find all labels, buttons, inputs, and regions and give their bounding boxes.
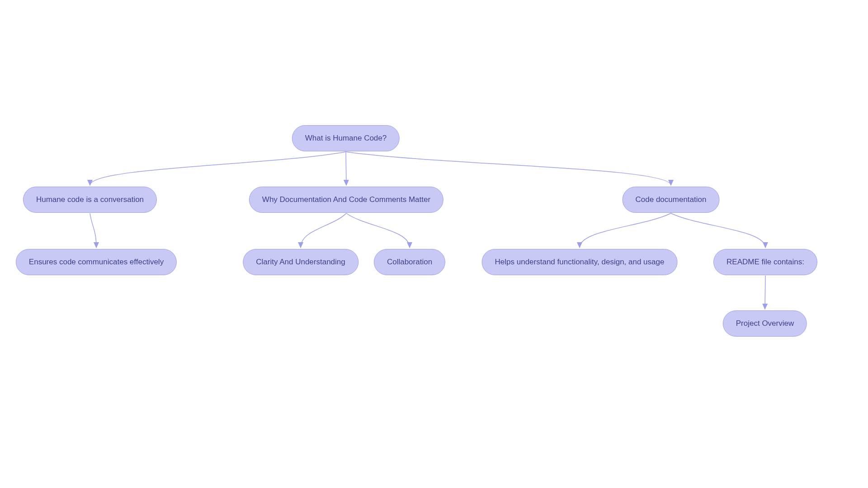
node-n_helps: Helps understand functionality, design, … — [482, 249, 678, 275]
edge-n_codedoc-to-n_helps — [580, 213, 671, 248]
node-n_overview: Project Overview — [723, 310, 807, 337]
node-root: What is Humane Code? — [292, 125, 400, 151]
node-n_why: Why Documentation And Code Comments Matt… — [249, 187, 443, 213]
node-label: Clarity And Understanding — [256, 258, 345, 266]
edge-n_readme-to-n_overview — [765, 276, 765, 309]
node-label: Why Documentation And Code Comments Matt… — [262, 195, 430, 204]
edge-n_conversation-to-n_effectively — [90, 213, 96, 248]
node-n_readme: README file contains: — [713, 249, 817, 275]
edge-n_why-to-n_clarity — [301, 213, 346, 248]
node-label: What is Humane Code? — [305, 134, 387, 142]
edge-n_why-to-n_collab — [346, 213, 410, 248]
edge-root-to-n_why — [346, 152, 346, 185]
edge-root-to-n_conversation — [90, 152, 346, 185]
edge-root-to-n_codedoc — [346, 152, 671, 185]
node-label: Project Overview — [736, 319, 794, 328]
node-label: Collaboration — [387, 258, 432, 266]
edge-layer — [0, 0, 868, 488]
node-n_effectively: Ensures code communicates effectively — [16, 249, 177, 275]
node-label: Ensures code communicates effectively — [29, 258, 164, 266]
node-label: Humane code is a conversation — [36, 195, 144, 204]
node-n_conversation: Humane code is a conversation — [23, 187, 157, 213]
edge-n_codedoc-to-n_readme — [671, 213, 765, 248]
node-label: Code documentation — [636, 195, 707, 204]
node-label: README file contains: — [726, 258, 804, 266]
node-label: Helps understand functionality, design, … — [495, 258, 665, 266]
node-n_clarity: Clarity And Understanding — [243, 249, 359, 275]
node-n_collab: Collaboration — [374, 249, 445, 275]
node-n_codedoc: Code documentation — [623, 187, 720, 213]
